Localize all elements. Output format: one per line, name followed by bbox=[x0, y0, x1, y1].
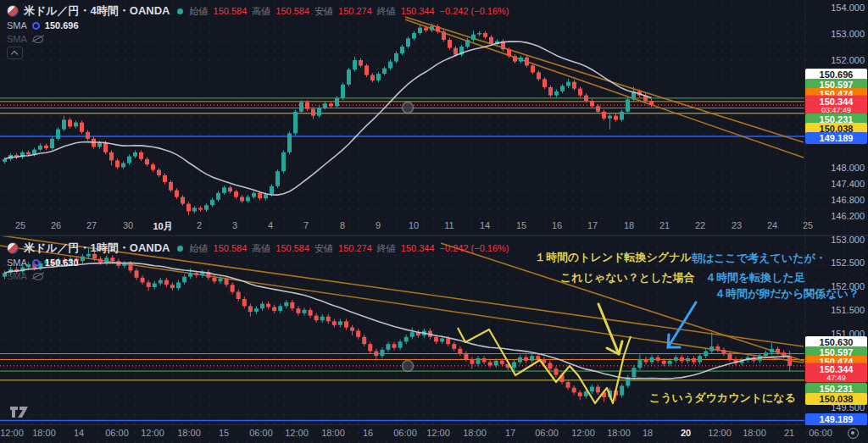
chart-text-annotation[interactable]: 朝はここで考えていたが・ bbox=[692, 251, 826, 266]
candle-body bbox=[44, 146, 48, 148]
candle-body bbox=[452, 344, 456, 349]
candle-body bbox=[643, 359, 648, 362]
candle-body bbox=[62, 119, 66, 129]
time-tick: 25 bbox=[15, 220, 25, 230]
candle-body bbox=[524, 357, 528, 361]
time-tick: 26 bbox=[51, 220, 61, 230]
collapse-legend-button[interactable] bbox=[7, 47, 23, 59]
candle-body bbox=[470, 359, 474, 364]
price-line-handle-icon[interactable] bbox=[403, 361, 414, 372]
candle-body bbox=[392, 344, 397, 347]
candle-body bbox=[536, 356, 540, 359]
candle-body bbox=[169, 182, 173, 191]
pane1-sma-hidden-legend[interactable]: SMA bbox=[7, 33, 509, 45]
candle-body bbox=[234, 191, 238, 197]
pane-divider[interactable] bbox=[0, 235, 868, 236]
candle-body bbox=[56, 130, 60, 139]
candle-body bbox=[370, 75, 375, 80]
candle-body bbox=[715, 346, 720, 350]
candle-body bbox=[632, 368, 636, 377]
candle-body bbox=[231, 285, 235, 291]
candle-body bbox=[353, 60, 357, 69]
candle-body bbox=[157, 170, 161, 175]
candle-body bbox=[109, 152, 114, 161]
candle-body bbox=[186, 204, 191, 212]
chart-text-annotation[interactable]: ４時間が卵だから関係ない？ bbox=[715, 286, 860, 302]
close-value: 150.344 bbox=[401, 243, 435, 253]
candle-body bbox=[121, 163, 125, 168]
price-label: 150.34403:47:49 bbox=[805, 96, 867, 115]
candle-body bbox=[513, 56, 517, 61]
open-label: 始値 bbox=[190, 5, 209, 18]
low-label: 安値 bbox=[314, 242, 333, 255]
time-tick: 24 bbox=[767, 220, 777, 230]
candle-body bbox=[3, 159, 7, 162]
candle-body bbox=[542, 79, 547, 87]
candle-body bbox=[727, 353, 732, 359]
time-tick: 12:00 bbox=[708, 428, 732, 438]
dow-count-zigzag[interactable] bbox=[458, 328, 631, 403]
time-tick: 06:00 bbox=[393, 428, 417, 438]
candle-body bbox=[590, 101, 594, 106]
chart-text-annotation[interactable]: ４時間を転換した足 bbox=[705, 270, 805, 285]
candle-body bbox=[494, 361, 498, 366]
candle-body bbox=[368, 344, 372, 351]
eye-off-icon[interactable] bbox=[32, 34, 44, 44]
candle-body bbox=[692, 358, 696, 362]
candle-body bbox=[317, 108, 321, 116]
candle-body bbox=[782, 352, 786, 356]
pane2-sma-hidden-legend[interactable]: SMA bbox=[7, 270, 509, 282]
candle-body bbox=[222, 187, 226, 192]
candle-body bbox=[356, 331, 360, 337]
pane1-symbol-title[interactable]: 米ドル／円・4時間・OANDA bbox=[24, 3, 170, 19]
chart-text-annotation[interactable]: こういうダウカウントになる bbox=[649, 390, 796, 406]
candle-body bbox=[787, 356, 792, 366]
candle-body bbox=[566, 382, 570, 388]
candle-body bbox=[350, 328, 354, 331]
low-label: 安値 bbox=[314, 5, 333, 18]
candle-body bbox=[293, 112, 298, 134]
candle-body bbox=[86, 132, 90, 139]
time-tick: 25 bbox=[803, 220, 813, 230]
candle-body bbox=[614, 116, 618, 120]
time-tick: 20 bbox=[681, 428, 691, 438]
candle-body bbox=[252, 193, 256, 197]
time-tick: 06:00 bbox=[809, 428, 832, 438]
chart-text-annotation[interactable]: これじゃない？とした場合 bbox=[560, 270, 695, 285]
chart-text-annotation[interactable]: １時間のトレンド転換シグナル bbox=[535, 250, 692, 265]
candle-body bbox=[299, 102, 303, 112]
pane2-sma-legend[interactable]: SMA 150.630 bbox=[7, 257, 509, 269]
candle-body bbox=[626, 99, 630, 111]
arrow-drawing[interactable] bbox=[598, 304, 619, 354]
candle-body bbox=[380, 350, 384, 356]
time-tick: 18:00 bbox=[177, 428, 201, 438]
time-tick: 18:00 bbox=[743, 428, 766, 438]
eye-off-icon[interactable] bbox=[32, 271, 44, 281]
tradingview-logo-icon[interactable] bbox=[10, 407, 32, 423]
candle-body bbox=[554, 91, 559, 96]
time-tick: 16 bbox=[363, 428, 373, 438]
candle-body bbox=[309, 310, 313, 316]
pane2-symbol-title[interactable]: 米ドル／円・1時間・OANDA bbox=[24, 241, 170, 256]
candle-body bbox=[240, 197, 244, 202]
price-tick: 151.500 bbox=[814, 305, 865, 315]
candle-body bbox=[332, 321, 337, 324]
price-line-handle-icon[interactable] bbox=[403, 102, 414, 114]
candle-body bbox=[404, 337, 409, 342]
candle-body bbox=[314, 316, 319, 321]
candle-body bbox=[198, 208, 203, 209]
candle-body bbox=[649, 101, 654, 105]
time-tick: 15 bbox=[219, 428, 229, 438]
time-tick: 06:00 bbox=[105, 428, 129, 438]
candle-body bbox=[507, 49, 511, 56]
pane1-sma-legend[interactable]: SMA 150.696 bbox=[7, 19, 509, 31]
timezone-clock-icon[interactable] bbox=[848, 428, 859, 439]
candle-body bbox=[554, 368, 558, 374]
time-tick: 11 bbox=[444, 220, 453, 230]
candle-body bbox=[650, 357, 654, 363]
candle-body bbox=[248, 306, 253, 312]
candle-body bbox=[518, 357, 522, 363]
candle-body bbox=[453, 48, 458, 55]
candle-body bbox=[210, 200, 214, 205]
candle-body bbox=[400, 47, 404, 53]
